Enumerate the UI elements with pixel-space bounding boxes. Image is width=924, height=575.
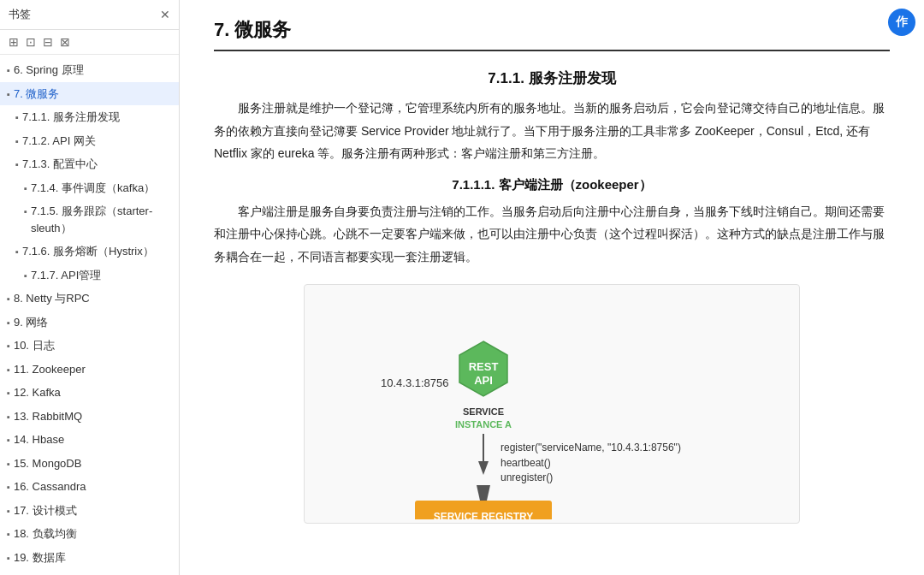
- sidebar-item-label: 7.1.2. API 网关: [22, 133, 96, 150]
- bullet-icon: ▪: [7, 504, 10, 519]
- sidebar-item-label: 17. 设计模式: [14, 502, 77, 519]
- unregister-call: unregister(): [500, 471, 553, 483]
- bullet-icon: ▪: [15, 134, 19, 149]
- sidebar-item-item-9-network[interactable]: ▪9. 网络: [0, 311, 179, 335]
- rest-label-line2: API: [474, 374, 493, 387]
- paragraph-1: 服务注册就是维护一个登记簿，它管理系统内所有的服务地址。当新的服务启动后，它会向…: [214, 97, 890, 165]
- heartbeat-call: heartbeat(): [500, 457, 551, 469]
- sidebar-item-item-20-consistency[interactable]: ▪20. 一致性算法: [0, 569, 179, 575]
- bullet-icon: ▪: [7, 316, 10, 330]
- service-registry-label: SERVICE REGISTRY: [434, 511, 534, 519]
- bullet-icon: ▪: [15, 157, 19, 172]
- sidebar-item-item-8-netty[interactable]: ▪8. Netty 与RPC: [0, 287, 179, 311]
- bullet-icon: ▪: [7, 551, 10, 566]
- toolbar-icon-2[interactable]: ⊡: [26, 35, 36, 49]
- sidebar-item-label: 10. 日志: [14, 337, 55, 354]
- bullet-icon: ▪: [24, 205, 27, 219]
- sidebar-toolbar: ⊞ ⊡ ⊟ ⊠: [0, 30, 179, 55]
- sidebar-item-label: 8. Netty 与RPC: [14, 290, 90, 307]
- sidebar-title: 书签: [9, 7, 31, 22]
- sidebar-item-item-14-hbase[interactable]: ▪14. Hbase: [0, 428, 179, 452]
- sidebar-item-item-6-spring[interactable]: ▪6. Spring 原理: [0, 58, 179, 82]
- bullet-icon: ▪: [7, 410, 10, 424]
- user-avatar-icon[interactable]: 作: [888, 9, 915, 36]
- bullet-icon: ▪: [7, 363, 10, 377]
- page-title: 7. 微服务: [214, 17, 890, 51]
- sidebar-item-item-15-mongodb[interactable]: ▪15. MongoDB: [0, 452, 179, 476]
- sidebar-item-item-7.1.4[interactable]: ▪7.1.4. 事件调度（kafka）: [0, 176, 179, 200]
- bullet-icon: ▪: [7, 292, 10, 306]
- sidebar-item-item-7.1.5[interactable]: ▪7.1.5. 服务跟踪（starter-sleuth）: [0, 199, 179, 240]
- bullet-icon: ▪: [7, 339, 10, 353]
- sidebar-item-label: 7.1.7. API管理: [31, 267, 101, 284]
- sidebar-item-label: 18. 负载均衡: [14, 525, 77, 542]
- sidebar-item-item-11-zookeeper[interactable]: ▪11. Zookeeper: [0, 358, 179, 382]
- bullet-icon: ▪: [7, 63, 10, 78]
- sidebar-item-item-18-lb[interactable]: ▪18. 负载均衡: [0, 522, 179, 546]
- sidebar-close-button[interactable]: ✕: [160, 8, 170, 21]
- toolbar-icon-4[interactable]: ⊠: [60, 35, 70, 49]
- sidebar-item-label: 7.1.4. 事件调度（kafka）: [31, 180, 155, 197]
- sidebar-item-label: 6. Spring 原理: [14, 62, 84, 79]
- sidebar-item-item-7.1.2[interactable]: ▪7.1.2. API 网关: [0, 129, 179, 153]
- sidebar-item-item-7.1.1[interactable]: ▪7.1.1. 服务注册发现: [0, 105, 179, 129]
- sidebar-item-label: 14. Hbase: [14, 431, 64, 448]
- sidebar-item-label: 13. RabbitMQ: [14, 408, 82, 425]
- sidebar-item-label: 7.1.3. 配置中心: [22, 156, 98, 173]
- sidebar-item-label: 12. Kafka: [14, 384, 61, 401]
- service-registry-diagram: 10.4.3.1:8756 REST API SERVICE INSTANCE …: [304, 284, 800, 524]
- bullet-icon: ▪: [7, 457, 10, 471]
- rest-label-line1: REST: [469, 360, 499, 373]
- sidebar-item-label: 7.1.6. 服务熔断（Hystrix）: [22, 243, 154, 260]
- bullet-icon: ▪: [7, 480, 10, 495]
- sidebar-item-label: 7.1.5. 服务跟踪（starter-sleuth）: [31, 203, 174, 236]
- paragraph-2: 客户端注册是服务自身要负责注册与注销的工作。当服务启动后向注册中心注册自身，当服…: [214, 200, 890, 269]
- ip-label: 10.4.3.1:8756: [381, 376, 449, 389]
- subsection-7111-title: 7.1.1.1. 客户端注册（zookeeper）: [214, 177, 890, 193]
- main-content: 作 7. 微服务 7.1.1. 服务注册发现 服务注册就是维护一个登记簿，它管理…: [180, 0, 924, 575]
- sidebar-item-item-7.1.6[interactable]: ▪7.1.6. 服务熔断（Hystrix）: [0, 240, 179, 264]
- bullet-icon: ▪: [7, 87, 10, 102]
- sidebar-item-label: 11. Zookeeper: [14, 361, 86, 378]
- sidebar-item-item-16-cassandra[interactable]: ▪16. Cassandra: [0, 475, 179, 499]
- bullet-icon: ▪: [7, 527, 10, 542]
- sidebar-item-item-10-log[interactable]: ▪10. 日志: [0, 334, 179, 358]
- service-instance-line1: SERVICE: [463, 406, 504, 417]
- bullet-icon: ▪: [7, 386, 10, 400]
- sidebar-item-item-13-rabbitmq[interactable]: ▪13. RabbitMQ: [0, 405, 179, 429]
- sidebar-header: 书签 ✕: [0, 0, 179, 30]
- sidebar-item-label: 7. 微服务: [14, 86, 59, 103]
- toolbar-icon-3[interactable]: ⊟: [43, 35, 53, 49]
- sidebar-item-item-7.1.3[interactable]: ▪7.1.3. 配置中心: [0, 152, 179, 176]
- sidebar-item-label: 7.1.1. 服务注册发现: [22, 109, 120, 126]
- sidebar-item-label: 9. 网络: [14, 314, 48, 331]
- sidebar-item-item-7.1.7[interactable]: ▪7.1.7. API管理: [0, 264, 179, 288]
- sidebar: 书签 ✕ ⊞ ⊡ ⊟ ⊠ ▪6. Spring 原理▪7. 微服务▪7.1.1.…: [0, 0, 180, 575]
- sidebar-item-item-17-design[interactable]: ▪17. 设计模式: [0, 499, 179, 523]
- sidebar-list: ▪6. Spring 原理▪7. 微服务▪7.1.1. 服务注册发现▪7.1.2…: [0, 55, 179, 575]
- section-711-title: 7.1.1. 服务注册发现: [214, 68, 890, 88]
- diagram-svg: 10.4.3.1:8756 REST API SERVICE INSTANCE …: [312, 288, 791, 519]
- bullet-icon: ▪: [15, 110, 19, 125]
- service-instance-line2: INSTANCE A: [455, 419, 512, 430]
- bullet-icon: ▪: [7, 433, 10, 448]
- sidebar-item-label: 19. 数据库: [14, 549, 66, 566]
- sidebar-item-item-12-kafka[interactable]: ▪12. Kafka: [0, 381, 179, 405]
- sidebar-item-item-19-db[interactable]: ▪19. 数据库: [0, 546, 179, 570]
- bullet-icon: ▪: [24, 269, 27, 283]
- sidebar-item-item-7-micro[interactable]: ▪7. 微服务: [0, 82, 179, 106]
- sidebar-item-label: 15. MongoDB: [14, 455, 82, 472]
- sidebar-item-label: 16. Cassandra: [14, 478, 86, 495]
- toolbar-icon-1[interactable]: ⊞: [9, 35, 19, 49]
- bullet-icon: ▪: [24, 181, 27, 196]
- arrow-down-2: [477, 485, 490, 501]
- bullet-icon: ▪: [15, 245, 19, 259]
- register-call: register("serviceName, "10.4.3.1:8756"): [500, 442, 681, 453]
